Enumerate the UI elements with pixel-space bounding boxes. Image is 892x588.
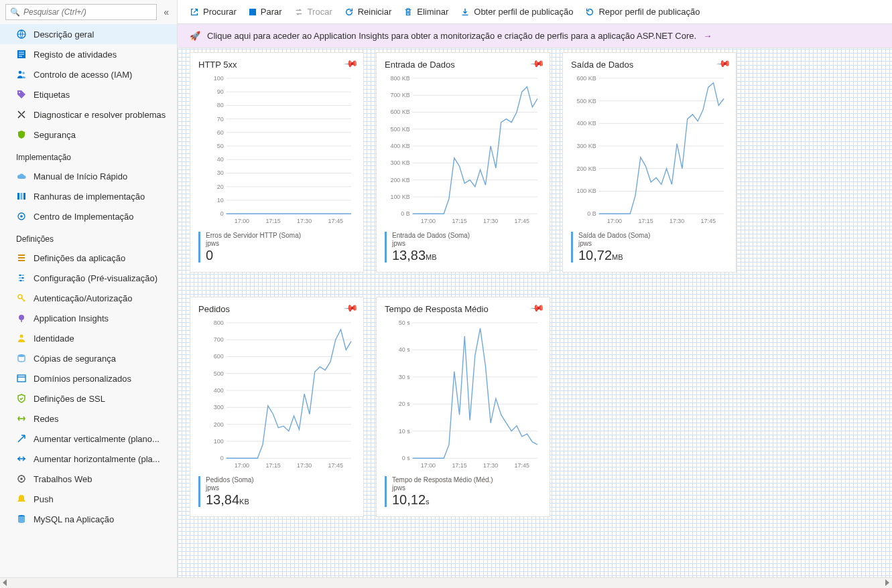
get-publish-profile-button[interactable]: Obter perfil de publicação: [460, 7, 573, 17]
browse-button[interactable]: Procurar: [190, 7, 237, 17]
metric-card-response: 📌 Tempo de Resposta Médio 0 s10 s20 s30 …: [376, 297, 550, 517]
svg-text:17:45: 17:45: [515, 218, 529, 224]
metric-label: Tempo de Resposta Médio (Méd.): [392, 476, 541, 484]
search-input[interactable]: [5, 4, 157, 20]
metric-label: Entrada de Dados (Soma): [392, 232, 541, 240]
people-icon: [16, 69, 27, 80]
collapse-sidebar-button[interactable]: «: [161, 4, 172, 20]
sidebar-item[interactable]: Definições de SSL: [0, 388, 177, 409]
external-link-icon: [190, 7, 199, 17]
scale-up-icon: [16, 433, 27, 444]
svg-text:700 KB: 700 KB: [390, 92, 409, 98]
sidebar-item[interactable]: Segurança: [0, 125, 177, 145]
sidebar-item-label: Registo de atividades: [34, 50, 117, 60]
svg-text:10: 10: [217, 197, 224, 204]
sidebar-item[interactable]: Registo de atividades: [0, 44, 177, 64]
svg-text:100: 100: [214, 438, 224, 445]
metric-card-http5xx: 📌 HTTP 5xx 010203040506070809010017:0017…: [190, 52, 364, 273]
domain-icon: [16, 373, 27, 384]
sidebar-item-label: Definições de SSL: [34, 394, 105, 404]
sidebar-item[interactable]: Manual de Início Rápido: [0, 166, 177, 186]
svg-rect-5: [17, 193, 19, 200]
svg-point-2: [19, 71, 22, 74]
svg-text:0: 0: [220, 210, 224, 217]
svg-text:50 s: 50 s: [399, 319, 410, 326]
horizontal-scrollbar[interactable]: [0, 577, 892, 588]
card-title: Entrada de Dados: [385, 60, 541, 70]
sidebar-item[interactable]: Redes: [0, 409, 177, 429]
search-icon: 🔍: [10, 7, 20, 17]
metric-value: 13,83MB: [392, 248, 541, 263]
delete-button[interactable]: Eliminar: [403, 7, 448, 17]
sidebar-item[interactable]: Aumentar verticalmente (plano...: [0, 429, 177, 449]
sidebar-item[interactable]: Cópias de segurança: [0, 348, 177, 368]
sidebar-item[interactable]: Diagnosticar e resolver problemas: [0, 104, 177, 125]
svg-text:600 KB: 600 KB: [390, 108, 409, 115]
webjobs-icon: [16, 473, 27, 484]
stop-icon: [249, 8, 257, 16]
card-title: HTTP 5xx: [198, 60, 355, 70]
svg-text:17:45: 17:45: [328, 218, 343, 224]
svg-text:300 KB: 300 KB: [576, 143, 596, 149]
card-title: Saída de Dados: [571, 60, 728, 70]
sidebar-item[interactable]: MySQL na Aplicação: [0, 509, 177, 529]
toolbar: Procurar Parar Trocar Reiniciar Eliminar…: [178, 0, 892, 24]
svg-point-12: [20, 280, 22, 282]
svg-text:40: 40: [217, 156, 224, 163]
svg-text:80: 80: [217, 102, 224, 108]
sidebar-item-label: MySQL na Aplicação: [34, 514, 114, 524]
main-panel: Procurar Parar Trocar Reiniciar Eliminar…: [178, 0, 892, 588]
sidebar-item[interactable]: Trabalhos Web: [0, 469, 177, 489]
svg-text:300: 300: [214, 404, 224, 411]
sidebar-item[interactable]: Domínios personalizados: [0, 368, 177, 388]
svg-text:0: 0: [220, 455, 224, 461]
sidebar-item[interactable]: Descrição geral: [0, 24, 177, 44]
sidebar-nav: Descrição geralRegisto de atividadesCont…: [0, 24, 177, 588]
sidebar-item[interactable]: Etiquetas: [0, 84, 177, 104]
svg-text:20: 20: [217, 183, 224, 190]
tools-icon: [16, 109, 27, 120]
deploy-center-icon: [16, 211, 27, 222]
svg-text:17:30: 17:30: [297, 462, 312, 469]
svg-text:30: 30: [217, 169, 224, 176]
metric-value: 10,72MB: [578, 248, 728, 263]
svg-text:100: 100: [214, 75, 224, 82]
svg-text:200: 200: [214, 421, 224, 428]
sidebar-item-label: Definições da aplicação: [34, 253, 125, 263]
slots-icon: [16, 191, 27, 202]
sidebar-item[interactable]: Application Insights: [0, 308, 177, 328]
metric-summary: Entrada de Dados (Soma) jpws 13,83MB: [385, 232, 541, 263]
metric-card-data_in: 📌 Entrada de Dados 0 B100 KB200 KB300 KB…: [376, 52, 550, 273]
restart-button[interactable]: Reiniciar: [344, 7, 392, 17]
trash-icon: [403, 7, 413, 17]
sidebar-item[interactable]: Aumentar horizontalmente (pla...: [0, 449, 177, 469]
stop-button[interactable]: Parar: [249, 7, 282, 17]
sidebar-item[interactable]: Push: [0, 489, 177, 509]
sidebar-item[interactable]: Autenticação/Autorização: [0, 288, 177, 308]
svg-text:90: 90: [217, 88, 224, 95]
metric-sub: jpws: [392, 240, 541, 248]
sidebar-item[interactable]: Controlo de acesso (IAM): [0, 64, 177, 84]
svg-text:17:15: 17:15: [452, 218, 466, 224]
svg-text:17:30: 17:30: [483, 462, 498, 469]
svg-text:17:30: 17:30: [483, 218, 498, 224]
rocket-icon: 🚀: [190, 31, 200, 41]
metric-card-data_out: 📌 Saída de Dados 0 B100 KB200 KB300 KB40…: [562, 52, 737, 273]
sidebar-item[interactable]: Definições da aplicação: [0, 248, 177, 268]
svg-text:500 KB: 500 KB: [390, 126, 409, 133]
sidebar-item[interactable]: Identidade: [0, 328, 177, 348]
svg-text:500: 500: [214, 370, 224, 377]
svg-rect-17: [17, 375, 25, 382]
swap-button: Trocar: [294, 7, 332, 17]
sidebar-item-label: Trabalhos Web: [34, 474, 92, 484]
sidebar-item[interactable]: Centro de Implementação: [0, 206, 177, 226]
reset-publish-profile-button[interactable]: Repor perfil de publicação: [585, 7, 700, 17]
svg-text:17:00: 17:00: [235, 462, 249, 469]
log-icon: [16, 49, 27, 60]
sidebar-item[interactable]: Ranhuras de implementação: [0, 186, 177, 206]
svg-text:17:15: 17:15: [265, 462, 280, 469]
app-insights-banner[interactable]: 🚀 Clique aqui para aceder ao Application…: [178, 24, 892, 48]
sidebar-item[interactable]: Configuração (Pré-visualização): [0, 268, 177, 288]
svg-text:100 KB: 100 KB: [576, 188, 596, 194]
svg-text:17:15: 17:15: [638, 218, 653, 224]
